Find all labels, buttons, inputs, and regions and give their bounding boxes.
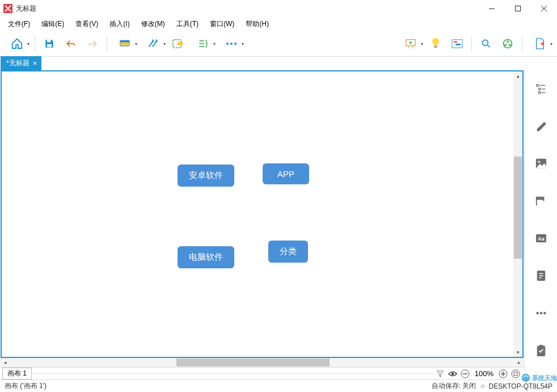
notes-panel-icon[interactable] (530, 264, 552, 287)
sheet-tab[interactable]: 画布 1 (2, 368, 32, 380)
outline-panel-icon[interactable] (530, 77, 552, 100)
window-controls (479, 0, 557, 17)
status-bar: 画布 ('画布 1') 自动保存: 关闭 DESKTOP-QT8L54P (0, 380, 557, 392)
gantt-button[interactable] (447, 33, 467, 54)
svg-rect-5 (120, 40, 130, 42)
share-button[interactable] (497, 33, 518, 54)
svg-point-11 (226, 43, 229, 45)
undo-button[interactable] (61, 33, 81, 54)
svg-point-42 (538, 161, 540, 163)
svg-point-55 (522, 374, 530, 382)
side-panel: Aa (524, 70, 557, 380)
svg-point-35 (536, 85, 538, 87)
export-button[interactable]: ▾ (526, 33, 554, 54)
title-bar: 无标题 (0, 0, 557, 17)
visibility-icon[interactable] (446, 370, 459, 377)
text-panel-icon[interactable]: Aa (530, 227, 552, 250)
svg-point-27 (451, 372, 454, 374)
minimize-button[interactable] (479, 0, 505, 17)
vertical-scrollbar[interactable]: ▴ ▾ (513, 71, 522, 357)
node-pc-software[interactable]: 电脑软件 (178, 246, 234, 268)
menu-insert[interactable]: 插入(I) (104, 18, 135, 31)
status-autosave: 自动保存: 关闭 (432, 381, 476, 391)
format-panel-icon[interactable] (530, 115, 552, 137)
svg-point-37 (538, 88, 541, 90)
relationship-button[interactable]: ▾ (140, 33, 167, 54)
canvas[interactable]: 安卓软件 APP 电脑软件 分类 ▴ ▾ (1, 70, 524, 358)
zoom-level: 100% (471, 369, 497, 378)
maximize-button[interactable] (505, 0, 531, 17)
horizontal-scrollbar[interactable]: ◂ ▸ (1, 358, 524, 367)
fit-button[interactable] (509, 369, 522, 378)
scroll-down-icon[interactable]: ▾ (513, 348, 522, 357)
status-left: 画布 ('画布 1') (5, 381, 47, 391)
app-logo-icon (3, 4, 12, 13)
svg-rect-1 (516, 6, 521, 11)
menu-tools[interactable]: 工具(T) (171, 18, 204, 31)
filter-icon[interactable] (434, 370, 446, 378)
sheet-bar: 画布 1 100% (0, 367, 524, 380)
idea-button[interactable] (425, 33, 446, 54)
node-app[interactable]: APP (263, 163, 309, 184)
svg-point-21 (482, 40, 488, 45)
home-button[interactable]: ▾ (3, 33, 31, 54)
scroll-up-icon[interactable]: ▴ (513, 71, 522, 81)
svg-point-33 (512, 370, 520, 378)
window-title: 无标题 (16, 4, 36, 14)
topic-button[interactable]: ▾ (111, 33, 138, 54)
svg-line-22 (488, 45, 490, 47)
status-host: DESKTOP-QT8L54P (489, 382, 553, 390)
zoom-out-button[interactable] (459, 369, 471, 378)
tab-close-icon[interactable]: × (33, 60, 37, 67)
svg-point-52 (543, 312, 546, 315)
document-tabstrip: *无标题 × (0, 57, 557, 70)
svg-rect-34 (514, 372, 517, 376)
hscroll-thumb[interactable] (176, 359, 330, 366)
watermark: 系统天地 (521, 373, 557, 383)
svg-point-51 (539, 312, 542, 315)
marker-panel-icon[interactable] (530, 189, 552, 212)
redo-button[interactable] (82, 33, 103, 54)
svg-point-39 (538, 92, 541, 94)
zoom-in-button[interactable] (497, 369, 509, 378)
menu-help[interactable]: 帮助(H) (240, 18, 275, 31)
menu-file[interactable]: 文件(F) (2, 18, 36, 31)
menu-bar: 文件(F) 编辑(E) 查看(V) 插入(I) 修改(M) 工具(T) 窗口(W… (0, 17, 557, 31)
menu-window[interactable]: 窗口(W) (204, 18, 240, 31)
tab-label: *无标题 (6, 58, 29, 68)
comments-panel-icon[interactable] (530, 302, 552, 324)
svg-point-13 (234, 43, 237, 45)
scroll-right-icon[interactable]: ▸ (514, 358, 524, 367)
svg-rect-2 (47, 40, 51, 42)
menu-edit[interactable]: 编辑(E) (36, 18, 70, 31)
vscroll-thumb[interactable] (514, 157, 522, 259)
svg-rect-17 (434, 46, 437, 48)
svg-rect-54 (539, 345, 543, 347)
boundary-button[interactable] (168, 33, 188, 54)
close-button[interactable] (531, 0, 557, 17)
svg-point-50 (536, 312, 539, 315)
presentation-button[interactable]: ▾ (397, 33, 424, 54)
svg-point-12 (230, 43, 233, 45)
svg-rect-7 (178, 42, 183, 45)
search-button[interactable] (476, 33, 496, 54)
task-panel-icon[interactable] (530, 339, 552, 362)
svg-text:Aa: Aa (538, 236, 545, 242)
canvas-wrap: 安卓软件 APP 电脑软件 分类 ▴ ▾ ◂ ▸ 画布 1 100% (0, 70, 524, 380)
scroll-left-icon[interactable]: ◂ (1, 358, 10, 367)
menu-view[interactable]: 查看(V) (70, 18, 104, 31)
status-dot-icon (481, 385, 484, 388)
svg-line-16 (412, 45, 413, 48)
more-button[interactable]: ▾ (218, 33, 245, 54)
save-button[interactable] (39, 33, 60, 54)
summary-button[interactable]: ▾ (189, 33, 217, 54)
svg-rect-20 (455, 44, 461, 45)
node-android-software[interactable]: 安卓软件 (178, 165, 234, 187)
svg-rect-3 (47, 44, 52, 47)
toolbar: ▾ ▾ ▾ ▾ ▾ ▾ (0, 31, 557, 57)
node-category[interactable]: 分类 (268, 241, 308, 263)
image-panel-icon[interactable] (530, 152, 552, 175)
document-tab[interactable]: *无标题 × (1, 56, 41, 70)
menu-modify[interactable]: 修改(M) (136, 18, 171, 31)
svg-rect-19 (454, 41, 457, 43)
